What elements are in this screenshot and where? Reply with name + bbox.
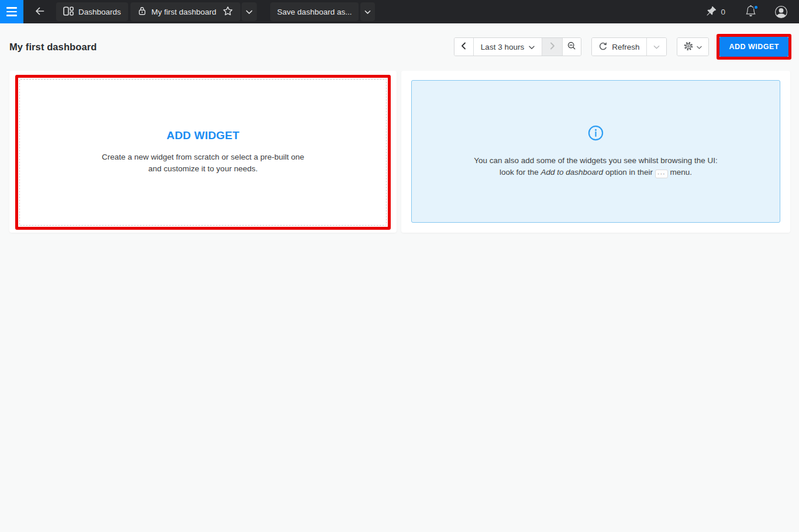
pinned-items-button[interactable]: 0 bbox=[700, 0, 731, 23]
save-dashboard-as-label: Save dashboard as... bbox=[277, 8, 352, 16]
chevron-left-icon bbox=[461, 42, 466, 51]
refresh-interval-dropdown[interactable] bbox=[646, 38, 666, 56]
back-button[interactable] bbox=[28, 0, 51, 23]
info-panel: You can also add some of the widgets you… bbox=[401, 71, 790, 233]
add-widget-description-line2: and customize it to your needs. bbox=[102, 163, 304, 175]
time-range-label: Last 3 hours bbox=[481, 43, 524, 51]
breadcrumb-dashboards-button[interactable]: Dashboards bbox=[56, 2, 128, 21]
save-dashboard-as-button[interactable]: Save dashboard as... bbox=[270, 2, 359, 21]
add-widget-button[interactable]: ADD WIDGET bbox=[719, 37, 788, 57]
chevron-down-icon bbox=[529, 43, 535, 51]
notification-dot bbox=[753, 5, 759, 10]
breadcrumb-current-dashboard-button[interactable]: My first dashboard bbox=[130, 2, 240, 21]
chevron-right-icon bbox=[550, 42, 555, 51]
add-widget-description-line1: Create a new widget from scratch or sele… bbox=[102, 151, 304, 163]
pin-count: 0 bbox=[721, 8, 725, 16]
chevron-down-icon bbox=[697, 43, 702, 51]
star-outline-icon[interactable] bbox=[222, 6, 233, 18]
current-dashboard-label: My first dashboard bbox=[151, 8, 216, 16]
info-circle-icon bbox=[588, 125, 604, 143]
hamburger-menu-icon[interactable] bbox=[0, 0, 23, 23]
save-options-chevron-button[interactable] bbox=[360, 2, 375, 21]
add-to-dashboard-phrase: Add to dashboard bbox=[541, 168, 604, 177]
page-header: My first dashboard Last 3 hours bbox=[0, 33, 799, 61]
refresh-control: Refresh bbox=[591, 37, 667, 56]
top-navigation-bar: Dashboards My first dashboard Save dashb… bbox=[0, 0, 799, 23]
chevron-down-icon bbox=[246, 8, 253, 16]
page-title: My first dashboard bbox=[9, 42, 97, 53]
info-hint-box: You can also add some of the widgets you… bbox=[411, 80, 780, 223]
add-widget-panel-title: ADD WIDGET bbox=[167, 129, 239, 142]
time-shift-back-button[interactable] bbox=[454, 38, 473, 56]
refresh-button[interactable]: Refresh bbox=[592, 38, 646, 56]
chevron-down-icon bbox=[653, 43, 660, 51]
add-widget-panel[interactable]: ADD WIDGET Create a new widget from scra… bbox=[9, 71, 397, 233]
ellipsis-menu-icon: ··· bbox=[655, 170, 668, 178]
chevron-down-icon bbox=[364, 8, 371, 16]
refresh-label: Refresh bbox=[612, 43, 639, 51]
add-widget-panel-content: ADD WIDGET Create a new widget from scra… bbox=[9, 71, 397, 233]
time-range-control: Last 3 hours bbox=[454, 37, 581, 56]
dashboard-settings-dropdown[interactable] bbox=[677, 38, 708, 56]
notifications-button[interactable] bbox=[738, 0, 763, 23]
info-text-line2: look for the Add to dashboard option in … bbox=[474, 167, 718, 178]
user-avatar-icon[interactable] bbox=[768, 0, 793, 23]
dashboard-settings-control bbox=[677, 37, 709, 56]
zoom-out-icon bbox=[567, 42, 576, 52]
pin-icon bbox=[706, 6, 717, 18]
arrow-left-icon bbox=[34, 5, 46, 19]
dashboards-grid-icon bbox=[63, 6, 74, 18]
info-text-line1: You can also add some of the widgets you… bbox=[474, 155, 718, 167]
gear-icon bbox=[684, 42, 693, 53]
time-range-dropdown[interactable]: Last 3 hours bbox=[473, 38, 542, 56]
time-shift-forward-button[interactable] bbox=[542, 38, 562, 56]
annotation-highlight-add-widget-button: ADD WIDGET bbox=[717, 34, 791, 60]
refresh-icon bbox=[599, 42, 607, 52]
dashboard-options-chevron-button[interactable] bbox=[242, 2, 257, 21]
breadcrumb-dashboards-label: Dashboards bbox=[78, 8, 121, 16]
topbar-right-cluster: 0 bbox=[700, 0, 799, 23]
time-zoom-out-button[interactable] bbox=[562, 38, 581, 56]
lock-icon bbox=[137, 6, 147, 18]
